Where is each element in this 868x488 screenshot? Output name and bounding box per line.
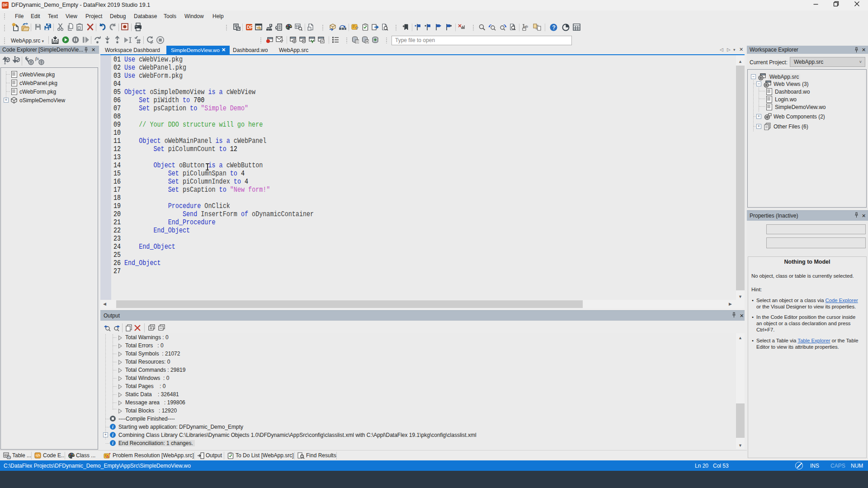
svg-text:DF: DF — [247, 25, 253, 30]
svg-text:fx: fx — [35, 56, 39, 61]
svg-text:?: ? — [552, 24, 556, 31]
